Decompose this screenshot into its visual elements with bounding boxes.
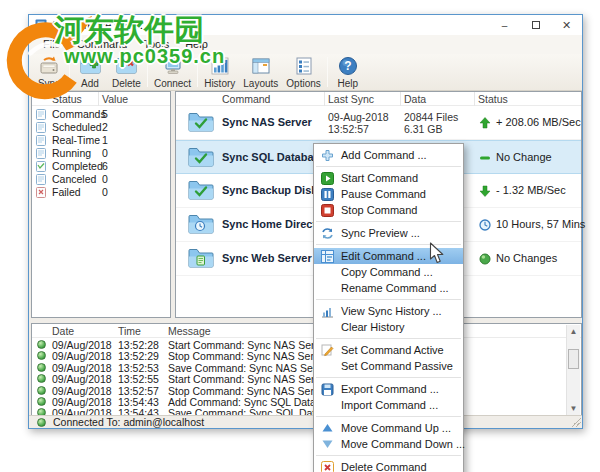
toolbar-options-button[interactable]: Options [282,54,324,90]
delete-folder-icon [115,55,137,77]
menu-item-set-command-passive[interactable]: Set Command Passive [314,358,463,374]
menu-item-set-command-active[interactable]: Set Command Active [314,342,463,358]
plus-icon [320,149,334,162]
menu-item-add-command[interactable]: Add Command ... [314,147,463,163]
menu-item-stop-command[interactable]: Stop Command [314,202,463,218]
add-folder-icon [79,55,101,77]
menu-separator [316,244,461,245]
column-header-value[interactable]: Value [102,93,128,105]
close-button[interactable]: ✕ [551,15,582,35]
toolbar-separator [69,57,70,87]
menu-item-export-command[interactable]: Export Command ... [314,381,463,397]
toolbar-help-button[interactable]: ? Help [330,54,366,90]
column-header-date[interactable]: Date [52,325,74,337]
folder-page-icon [188,248,214,268]
log-ok-icon [37,386,46,395]
menu-item-start-command[interactable]: Start Command [314,170,463,186]
status-row-commands[interactable]: Commands5 [32,108,170,121]
scroll-down-icon[interactable]: ▼ [567,402,580,415]
log-row[interactable]: 09/Aug/201813:52:57Stop Command: Sync NA… [32,385,581,396]
command-row-nas-server[interactable]: Sync NAS Server 09-Aug-201813:52:57 2084… [176,106,581,140]
log-ok-icon [37,397,46,406]
column-header-message[interactable]: Message [168,325,211,337]
close-icon: ✕ [562,19,571,32]
menu-item-delete-command[interactable]: Delete Command [314,459,463,472]
toolbar-history-button[interactable]: History [200,54,239,90]
menu-item-import-command[interactable]: Import Command ... [314,397,463,413]
toolbar-add-button[interactable]: Add [72,54,108,90]
scrollbar-thumb[interactable] [568,349,579,369]
status-row-running[interactable]: Running0 [32,147,170,160]
minimize-button[interactable]: – [489,15,520,35]
minimize-icon: – [502,20,508,31]
log-scrollbar[interactable]: ▲ ▼ [566,325,580,415]
status-row-scheduled[interactable]: Scheduled2 [32,121,170,134]
column-header-status[interactable]: Status [478,93,508,105]
sync-drive-icon [38,55,60,77]
column-divider [324,92,325,106]
menu-help[interactable]: Help [177,35,216,54]
status-row-failed[interactable]: Failed0 [32,186,170,199]
column-header-command[interactable]: Command [222,93,270,105]
resize-grip[interactable] [571,417,581,427]
status-row-canceled[interactable]: Canceled0 [32,173,170,186]
command-status: + 208.06 MB/Sec [496,116,581,128]
history-chart-icon [209,55,231,77]
toolbar-delete-button[interactable]: Delete [108,54,145,90]
menu-item-edit-command[interactable]: Edit Command ... [314,248,463,264]
toolbar-button-label: Help [337,78,358,89]
menu-item-sync-preview[interactable]: Sync Preview ... [314,225,463,241]
menu-item-pause-command[interactable]: Pause Command [314,186,463,202]
chart-icon [320,305,334,318]
menu-separator [316,377,461,378]
menu-item-move-command-up[interactable]: Move Command Up ... [314,420,463,436]
app-icon [35,19,47,31]
column-header-status[interactable]: Status [52,93,82,105]
log-row[interactable]: 09/Aug/201813:52:55Start Command: Sync N… [32,373,581,384]
edit-grid-icon [320,250,334,263]
last-sync-cell: 09-Aug-201813:52:57 [328,111,389,135]
log-ok-icon [37,363,46,372]
menu-item-view-sync-history[interactable]: View Sync History ... [314,303,463,319]
menu-separator [316,416,461,417]
menu-separator [316,299,461,300]
toolbar: Sync Add Delete Connect History [29,54,582,91]
doc-icon [36,174,46,185]
scroll-up-icon[interactable]: ▲ [567,325,580,338]
doc-icon [36,122,46,133]
toolbar-connect-button[interactable]: Connect [150,54,195,90]
toolbar-layouts-button[interactable]: Layouts [239,54,282,90]
menu-command[interactable]: Command [69,35,136,54]
folder-check-icon [188,147,214,167]
maximize-button[interactable] [520,15,551,35]
log-row[interactable]: 09/Aug/201813:52:53Save Command: Sync NA… [32,362,581,373]
status-row-completed[interactable]: Completed6 [32,160,170,173]
menu-item-rename-command[interactable]: Rename Command ... [314,280,463,296]
clock-icon [479,219,491,231]
stop-icon [320,204,334,217]
menu-item-clear-history[interactable]: Clear History [314,319,463,335]
pause-icon [320,188,334,201]
log-row[interactable]: 09/Aug/201813:52:28Start Command: Sync N… [32,339,581,350]
menu-file[interactable]: File [35,35,69,54]
toolbar-button-label: Connect [154,78,191,89]
toolbar-sync-button[interactable]: Sync [31,54,67,90]
column-header-time[interactable]: Time [118,325,141,337]
log-row[interactable]: 09/Aug/201813:54:43Add Command: Sync SQL… [32,396,581,407]
menu-item-copy-command[interactable]: Copy Command ... [314,264,463,280]
log-row[interactable]: 09/Aug/201813:52:29Stop Command: Sync NA… [32,350,581,361]
doc-icon [36,148,46,159]
sync-preview-icon [320,227,334,240]
menu-tools[interactable]: Tools [135,35,177,54]
toolbar-button-label: Layouts [243,78,278,89]
column-header-data[interactable]: Data [404,93,426,105]
log-ok-icon [37,351,46,360]
column-header-last-sync[interactable]: Last Sync [328,93,374,105]
window-title: SyncBreeze Client [52,19,143,31]
menu-separator [316,338,461,339]
command-name: Sync NAS Server [222,116,312,128]
command-name: Sync Web Server [222,252,312,264]
status-row-realtime[interactable]: Real-Time1 [32,134,170,147]
menu-item-move-command-down[interactable]: Move Command Down ... [314,436,463,452]
down-triangle-icon [320,438,334,451]
